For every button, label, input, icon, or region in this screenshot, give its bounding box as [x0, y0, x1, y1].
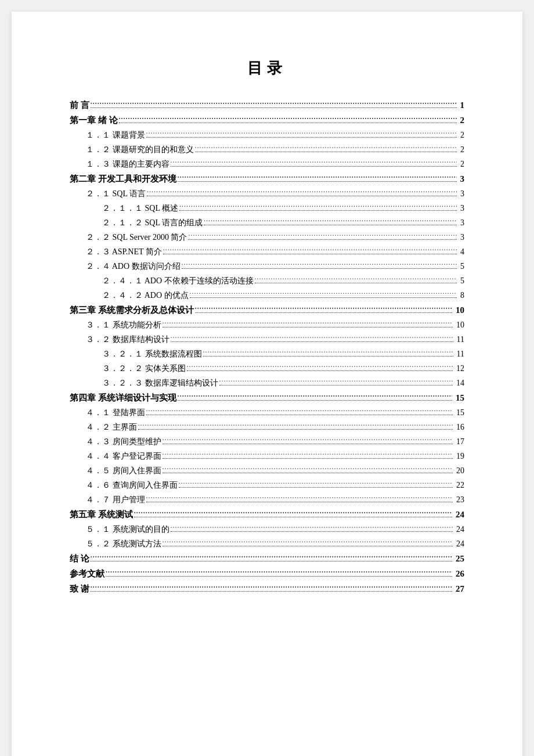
toc-entry-label: 第二章 开发工具和开发环境: [70, 174, 176, 185]
toc-entry: 第五章 系统测试24: [70, 509, 464, 520]
toc-entry-page: 20: [456, 466, 464, 476]
toc-entry: ２．４ ADO 数据访问介绍5: [70, 261, 464, 272]
toc-entry-dots: [203, 348, 453, 357]
toc-entry: ４．４ 客户登记界面19: [70, 451, 464, 462]
toc-entry-dots: [91, 583, 452, 592]
toc-entry-dots: [178, 173, 457, 182]
toc-entry-dots: [163, 319, 453, 327]
toc-entry-dots: [190, 290, 457, 298]
toc-entry-dots: [146, 494, 453, 502]
toc-entry: ３．２ 数据库结构设计11: [70, 334, 464, 345]
toc-entry-page: 11: [457, 350, 464, 359]
toc-entry-label: ３．２．３ 数据库逻辑结构设计: [102, 378, 218, 388]
toc-entry-dots: [146, 407, 453, 415]
toc-entry: ２．３ ASP.NET 简介4: [70, 246, 464, 257]
toc-entry-label: ４．２ 主界面: [86, 422, 137, 433]
toc-entry-dots: [106, 568, 452, 577]
toc-entry: ２．４．２ ADO 的优点8: [70, 290, 464, 301]
toc-entry-page: 2: [460, 131, 464, 140]
toc-entry-label: 第五章 系统测试: [70, 509, 133, 520]
toc-entry-dots: [163, 436, 453, 444]
toc-entry-page: 22: [456, 481, 464, 490]
toc-entry-page: 2: [460, 116, 465, 125]
toc-entry-dots: [119, 114, 457, 123]
toc-entry-dots: [179, 203, 457, 211]
toc-entry-dots: [171, 334, 453, 342]
toc-entry-label: ２．３ ASP.NET 简介: [86, 247, 162, 257]
toc-entry-page: 24: [456, 539, 464, 549]
toc-entry-dots: [178, 392, 452, 401]
toc-entry-page: 10: [456, 305, 464, 315]
toc-entry: 第四章 系统详细设计与实现15: [70, 392, 464, 404]
toc-entry-page: 15: [456, 393, 464, 403]
toc-entry: ４．６ 查询房间入住界面22: [70, 480, 464, 491]
toc-entry: 参考文献26: [70, 568, 464, 579]
toc-entry-label: 第四章 系统详细设计与实现: [70, 393, 176, 404]
toc-entry-page: 8: [460, 291, 464, 300]
toc-entry-label: 第一章 绪 论: [70, 115, 118, 126]
toc-entry-page: 12: [456, 364, 464, 373]
toc-entry: ５．２ 系统测试方法24: [70, 538, 464, 549]
toc-entry-label: ２．４ ADO 数据访问介绍: [86, 261, 181, 272]
toc-entry: ５．１ 系统测试的目的24: [70, 524, 464, 535]
toc-container: 前 言1第一章 绪 论2１．１ 课题背景2１．２ 课题研究的目的和意义2１．３ …: [70, 99, 464, 595]
toc-entry-label: ２．１．１ SQL 概述: [102, 203, 178, 214]
toc-entry: ２．１．１ SQL 概述3: [70, 203, 464, 214]
toc-entry-label: 前 言: [70, 100, 89, 111]
toc-entry-dots: [91, 553, 452, 561]
toc-entry: 第三章 系统需求分析及总体设计10: [70, 304, 464, 316]
toc-entry-label: ４．３ 房间类型维护: [86, 437, 161, 447]
toc-entry-page: 24: [456, 510, 464, 520]
toc-entry: ３．２．３ 数据库逻辑结构设计14: [70, 377, 464, 388]
toc-entry-dots: [138, 422, 453, 430]
toc-entry-dots: [163, 465, 453, 473]
toc-entry-page: 27: [456, 584, 464, 594]
toc-entry: 第一章 绪 论2: [70, 114, 464, 126]
toc-entry-page: 2: [460, 145, 464, 154]
page-title: 目录: [70, 58, 464, 78]
toc-entry-label: 第三章 系统需求分析及总体设计: [70, 305, 194, 316]
toc-entry-dots: [171, 159, 457, 167]
toc-entry-dots: [219, 377, 453, 386]
toc-entry-page: 17: [456, 437, 464, 447]
toc-entry-dots: [163, 246, 457, 254]
toc-entry-page: 3: [460, 233, 464, 242]
toc-entry: ４．３ 房间类型维护17: [70, 436, 464, 447]
toc-entry-dots: [188, 232, 457, 240]
toc-entry-dots: [195, 144, 457, 152]
toc-entry-dots: [255, 275, 457, 283]
toc-entry-label: ４．６ 查询房间入住界面: [86, 480, 178, 491]
toc-entry-label: ２．２ SQL Server 2000 简介: [86, 232, 187, 243]
toc-entry-dots: [204, 217, 457, 225]
toc-entry-page: 3: [460, 174, 465, 184]
toc-entry-label: ３．２．１ 系统数据流程图: [102, 349, 202, 359]
toc-entry-label: １．１ 课题背景: [86, 130, 145, 141]
toc-entry-page: 19: [456, 452, 464, 461]
toc-entry-dots: [179, 480, 453, 488]
toc-entry: ２．１ SQL 语言3: [70, 188, 464, 199]
toc-entry-page: 16: [456, 423, 464, 432]
toc-entry: １．１ 课题背景2: [70, 129, 464, 141]
toc-entry-page: 1: [460, 100, 465, 110]
toc-entry-label: ４．４ 客户登记界面: [86, 451, 161, 462]
toc-entry: 致 谢27: [70, 583, 464, 595]
toc-entry-page: 2: [460, 160, 464, 169]
toc-entry-page: 3: [460, 204, 464, 213]
toc-entry-dots: [91, 99, 457, 108]
toc-entry-dots: [163, 538, 453, 546]
toc-entry-label: ５．１ 系统测试的目的: [86, 524, 169, 535]
toc-entry: 结 论25: [70, 553, 464, 564]
toc-entry-label: 致 谢: [70, 584, 89, 595]
toc-entry-dots: [171, 524, 453, 532]
toc-entry-label: 结 论: [70, 553, 89, 564]
toc-entry-dots: [134, 509, 452, 517]
toc-entry-label: ２．１．２ SQL 语言的组成: [102, 218, 203, 228]
toc-entry-page: 15: [456, 408, 464, 417]
toc-entry: 前 言1: [70, 99, 464, 111]
toc-entry-dots: [146, 129, 457, 138]
toc-entry-page: 4: [460, 247, 464, 257]
toc-entry-page: 3: [460, 189, 464, 199]
toc-entry: ３．１ 系统功能分析10: [70, 319, 464, 330]
toc-entry-label: ４．５ 房间入住界面: [86, 466, 161, 476]
toc-entry-label: ４．７ 用户管理: [86, 495, 145, 505]
